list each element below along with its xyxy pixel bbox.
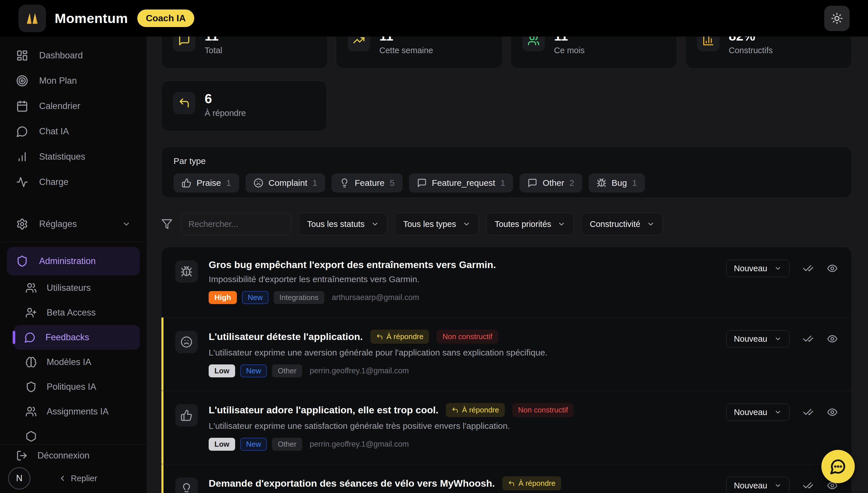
priority-badge: Low xyxy=(209,438,235,451)
sidebar-item-statistiques[interactable]: Statistiques xyxy=(0,144,147,169)
sidebar-item-modeles-ia[interactable]: Modèles IA xyxy=(7,350,140,374)
feedback-title: L'utilisateur déteste l'application. xyxy=(209,331,363,342)
feedback-type-icon-box xyxy=(175,331,198,353)
stat-value: 6 xyxy=(205,92,246,106)
feedback-status-select[interactable]: Nouveau xyxy=(726,330,789,347)
feedback-item[interactable]: L'utilisateur déteste l'application. À r… xyxy=(162,317,852,391)
app: Momentum Coach IA Dashboard Mon Plan Cal… xyxy=(0,0,868,493)
type-filter-select[interactable]: Tous les types xyxy=(395,213,479,235)
feedback-meta: High New Integrations arthursaearp@gmail… xyxy=(209,291,688,304)
theme-toggle-button[interactable] xyxy=(824,6,850,31)
sidebar-item-label: Charge xyxy=(39,177,68,187)
stat-label: Constructifs xyxy=(729,46,773,55)
select-value: Constructivité xyxy=(590,219,640,229)
view-button[interactable] xyxy=(827,334,838,344)
chevron-left-icon xyxy=(58,474,67,483)
constructivity-filter-select[interactable]: Constructivité xyxy=(581,213,663,235)
sidebar-item-charge[interactable]: Charge xyxy=(0,169,147,195)
topbar: Momentum Coach IA xyxy=(0,0,868,37)
sidebar-item-beta-access[interactable]: Beta Access xyxy=(7,300,140,325)
stat-icon-box xyxy=(697,37,720,51)
stats-row: 11 Total 11 Cette semaine 11 xyxy=(161,37,852,68)
type-chip-bug[interactable]: Bug 1 xyxy=(588,173,645,192)
sidebar-item-chat-ia[interactable]: Chat IA xyxy=(0,119,147,144)
feedback-status-select[interactable]: Nouveau xyxy=(726,260,789,277)
priority-filter-select[interactable]: Toutes priorités xyxy=(487,213,574,235)
status-badge: New xyxy=(240,364,267,378)
sidebar-item-label: Utilisateurs xyxy=(47,283,91,293)
type-chip-feature[interactable]: Feature 5 xyxy=(332,173,402,192)
brain-icon xyxy=(25,356,37,368)
mark-processed-button[interactable] xyxy=(803,334,813,344)
double-check-icon xyxy=(803,334,813,344)
chip-count: 5 xyxy=(390,178,395,188)
collapse-sidebar-button[interactable]: Replier xyxy=(58,474,97,483)
mark-processed-button[interactable] xyxy=(803,480,813,491)
stat-label: Total xyxy=(205,46,222,55)
sidebar-item-label: Modèles IA xyxy=(47,357,91,367)
search-input[interactable] xyxy=(181,213,291,235)
sidebar-item-reglages[interactable]: Réglages xyxy=(0,211,147,237)
view-button[interactable] xyxy=(827,263,838,274)
sidebar-item-assignments-ia[interactable]: Assignments IA xyxy=(7,399,140,424)
sidebar-item-label: Feedbacks xyxy=(45,332,89,343)
sidebar-item-politiques-ia[interactable]: Politiques IA xyxy=(7,374,140,399)
select-value: Toutes priorités xyxy=(495,219,552,229)
chip-label: Other xyxy=(542,178,564,188)
type-chip-complaint[interactable]: Complaint 1 xyxy=(246,173,326,192)
coach-ia-badge: Coach IA xyxy=(137,9,194,27)
mark-processed-button[interactable] xyxy=(803,407,813,417)
dashboard-grid-icon xyxy=(16,49,28,62)
feedback-status-select[interactable]: Nouveau xyxy=(726,404,789,421)
message-square-icon xyxy=(417,178,427,188)
type-chip-feature-request[interactable]: Feature_request 1 xyxy=(409,173,513,192)
logout-icon xyxy=(16,450,28,462)
category-badge: Other xyxy=(272,438,302,451)
chat-dots-icon xyxy=(830,458,846,475)
logout-button[interactable]: Déconnexion xyxy=(0,445,147,465)
main-content: 11 Total 11 Cette semaine 11 xyxy=(147,37,868,493)
active-indicator-bar xyxy=(13,331,15,344)
sidebar-item-dashboard[interactable]: Dashboard xyxy=(0,43,147,68)
feedback-type-icon-box xyxy=(175,477,198,493)
lightbulb-icon xyxy=(339,178,349,188)
chevron-down-icon xyxy=(122,220,131,228)
calendar-icon xyxy=(16,100,28,112)
sidebar-item-feedbacks[interactable]: Feedbacks xyxy=(14,325,140,350)
stat-card-to-answer: 6 À répondre xyxy=(161,81,327,131)
feedback-item[interactable]: L'utilisateur adore l'application, elle … xyxy=(162,391,852,464)
feedback-controls: Nouveau xyxy=(726,477,838,493)
nav-gap xyxy=(0,195,147,211)
sidebar-item-calendrier[interactable]: Calendrier xyxy=(0,93,147,119)
avatar[interactable]: N xyxy=(8,467,30,490)
sidebar-nav: Dashboard Mon Plan Calendrier Chat IA St… xyxy=(0,37,147,449)
feedback-item[interactable]: Gros bug empêchant l'export des entraîne… xyxy=(162,247,852,317)
sidebar-item-utilisateurs[interactable]: Utilisateurs xyxy=(7,276,140,300)
select-value: Nouveau xyxy=(734,408,767,417)
to-answer-tag: À répondre xyxy=(446,403,505,417)
stat-value: 82% xyxy=(729,37,773,43)
support-chat-fab[interactable] xyxy=(821,450,855,483)
chip-count: 1 xyxy=(500,178,505,188)
view-button[interactable] xyxy=(827,407,838,417)
status-filter-select[interactable]: Tous les statuts xyxy=(299,213,387,235)
sidebar-item-administration[interactable]: Administration xyxy=(7,247,140,276)
type-chip-other[interactable]: Other 2 xyxy=(519,173,582,192)
momentum-logo-icon xyxy=(24,10,40,26)
chevron-down-icon xyxy=(371,220,379,228)
category-badge: Integrations xyxy=(274,291,324,304)
sidebar-item-label: Statistiques xyxy=(39,152,85,162)
chat-bubble-icon xyxy=(24,331,36,343)
sidebar-item-mon-plan[interactable]: Mon Plan xyxy=(0,68,147,93)
feedback-status-select[interactable]: Nouveau xyxy=(726,477,789,493)
priority-badge: Low xyxy=(209,364,235,378)
logout-label: Déconnexion xyxy=(37,450,89,461)
feedback-item[interactable]: Demande d'exportation des séances de vél… xyxy=(162,464,852,493)
users-icon xyxy=(25,282,37,294)
mark-processed-button[interactable] xyxy=(803,263,813,274)
message-square-icon xyxy=(528,178,537,188)
type-chip-praise[interactable]: Praise 1 xyxy=(173,173,239,192)
chip-count: 1 xyxy=(313,178,317,188)
trending-up-icon xyxy=(353,37,365,46)
frown-icon xyxy=(181,336,192,348)
